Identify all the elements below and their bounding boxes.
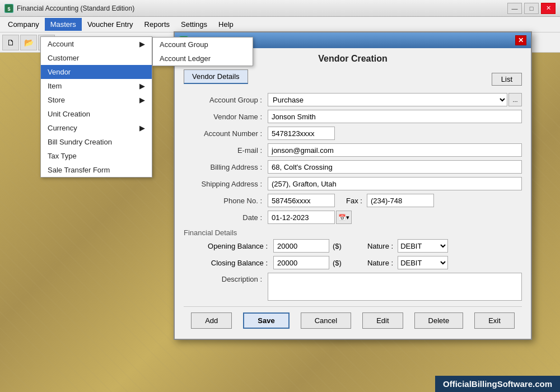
dropdown-bill-sundry[interactable]: Bill Sundry Creation bbox=[41, 135, 152, 149]
currency-submenu-arrow: ▶ bbox=[139, 124, 145, 132]
closing-balance-row: Closing Balance : ($) Nature : DEBIT CRE… bbox=[184, 256, 522, 269]
open-button[interactable]: 📂 bbox=[20, 35, 37, 50]
modal-body: Vendor Creation Vendor Details List Acco… bbox=[175, 48, 531, 339]
dropdown-currency-label: Currency bbox=[48, 124, 77, 132]
app-title: Financial Accounting (Standard Edition) bbox=[17, 4, 507, 12]
account-submenu: Account Group Account Ledger bbox=[152, 37, 253, 66]
dropdown-item[interactable]: Item ▶ bbox=[41, 79, 152, 93]
vendor-name-row: Vendor Name : bbox=[184, 110, 522, 123]
window-controls: — □ ✕ bbox=[507, 3, 556, 14]
title-bar: $ Financial Accounting (Standard Edition… bbox=[0, 0, 560, 17]
submenu-account-group[interactable]: Account Group bbox=[153, 38, 253, 52]
closing-balance-label: Closing Balance : bbox=[195, 259, 273, 267]
item-submenu-arrow: ▶ bbox=[139, 82, 145, 90]
email-label: E-mail : bbox=[184, 146, 268, 155]
dropdown-vendor[interactable]: Vendor bbox=[41, 65, 152, 79]
fax-label: Fax : bbox=[346, 197, 362, 205]
vendor-creation-modal: $ Vendor Creation ✕ Vendor Creation Vend… bbox=[174, 31, 532, 340]
shipping-address-input[interactable] bbox=[268, 177, 522, 190]
store-submenu-arrow: ▶ bbox=[139, 96, 145, 104]
date-label: Date : bbox=[184, 213, 268, 222]
dropdown-currency[interactable]: Currency ▶ bbox=[41, 121, 152, 135]
vendor-name-input[interactable] bbox=[268, 110, 522, 123]
closing-balance-unit: ($) bbox=[329, 259, 345, 267]
billing-address-input[interactable] bbox=[268, 160, 522, 174]
submenu-account-ledger[interactable]: Account Ledger bbox=[153, 52, 253, 66]
closing-nature-select[interactable]: DEBIT CREDIT bbox=[398, 256, 448, 269]
dropdown-account-label: Account bbox=[48, 40, 74, 48]
dropdown-sale-transfer[interactable]: Sale Transfer Form bbox=[41, 163, 152, 177]
account-submenu-arrow: ▶ bbox=[139, 40, 145, 48]
fax-input[interactable] bbox=[367, 194, 434, 207]
menu-voucher-entry[interactable]: Voucher Entry bbox=[82, 18, 139, 31]
billing-address-label: Billing Address : bbox=[184, 163, 268, 171]
opening-balance-input[interactable] bbox=[273, 239, 329, 253]
closing-balance-input[interactable] bbox=[273, 256, 329, 269]
save-button[interactable]: Save bbox=[243, 312, 289, 329]
action-buttons: Add Save Cancel Edit Delete Exit bbox=[184, 306, 522, 333]
menu-reports[interactable]: Reports bbox=[139, 18, 176, 31]
dropdown-store-label: Store bbox=[48, 96, 65, 104]
date-row: Date : 📅▾ bbox=[184, 211, 522, 224]
account-number-label: Account Number : bbox=[184, 129, 268, 138]
masters-dropdown: Account ▶ Account Group Account Ledger C… bbox=[40, 36, 152, 178]
financial-details-title: Financial Details bbox=[184, 228, 522, 237]
dropdown-customer[interactable]: Customer bbox=[41, 51, 152, 65]
menu-help[interactable]: Help bbox=[213, 18, 239, 31]
dropdown-item-label: Item bbox=[48, 82, 62, 90]
opening-balance-label: Opening Balance : bbox=[195, 242, 273, 250]
shipping-address-row: Shipping Address : bbox=[184, 177, 522, 190]
menu-company[interactable]: Company bbox=[2, 18, 45, 31]
opening-balance-row: Opening Balance : ($) Nature : DEBIT CRE… bbox=[184, 239, 522, 253]
modal-close-button[interactable]: ✕ bbox=[515, 35, 526, 45]
account-group-row: Account Group : Purchase ... bbox=[184, 93, 522, 106]
date-input[interactable] bbox=[268, 211, 335, 224]
description-row: Description : bbox=[184, 273, 522, 301]
account-group-select[interactable]: Purchase bbox=[268, 93, 507, 106]
dropdown-unit-creation[interactable]: Unit Creation bbox=[41, 107, 152, 121]
new-button[interactable]: 🗋 bbox=[2, 35, 19, 50]
menu-settings[interactable]: Settings bbox=[175, 18, 213, 31]
account-group-label: Account Group : bbox=[184, 96, 268, 104]
dropdown-store[interactable]: Store ▶ bbox=[41, 93, 152, 107]
email-input[interactable] bbox=[268, 143, 522, 157]
exit-button[interactable]: Exit bbox=[474, 312, 515, 329]
date-wrapper: 📅▾ bbox=[268, 211, 352, 224]
menu-bar: Company Masters Voucher Entry Reports Se… bbox=[0, 17, 560, 32]
list-button[interactable]: List bbox=[492, 73, 522, 86]
phone-fax-row: Phone No. : Fax : bbox=[184, 194, 522, 207]
shipping-address-label: Shipping Address : bbox=[184, 180, 268, 188]
account-number-input[interactable] bbox=[268, 127, 335, 140]
billing-address-row: Billing Address : bbox=[184, 160, 522, 174]
app-icon: $ bbox=[4, 4, 13, 13]
cancel-button[interactable]: Cancel bbox=[301, 312, 351, 329]
vendor-name-label: Vendor Name : bbox=[184, 113, 268, 121]
watermark: OfficialBillingSoftware.com bbox=[435, 376, 560, 392]
opening-balance-unit: ($) bbox=[329, 242, 345, 250]
dropdown-account[interactable]: Account ▶ Account Group Account Ledger bbox=[41, 37, 152, 51]
email-row: E-mail : bbox=[184, 143, 522, 157]
opening-nature-label: Nature : bbox=[367, 242, 398, 250]
menu-masters[interactable]: Masters bbox=[45, 18, 82, 31]
minimize-button[interactable]: — bbox=[507, 3, 522, 14]
edit-button[interactable]: Edit bbox=[362, 312, 403, 329]
description-textarea[interactable] bbox=[268, 273, 522, 301]
maximize-button[interactable]: □ bbox=[524, 3, 539, 14]
phone-input[interactable] bbox=[268, 194, 335, 207]
close-window-button[interactable]: ✕ bbox=[541, 3, 556, 14]
add-button[interactable]: Add bbox=[191, 312, 232, 329]
svg-text:$: $ bbox=[7, 6, 10, 12]
vendor-details-tab[interactable]: Vendor Details bbox=[184, 69, 248, 84]
opening-nature-select[interactable]: DEBIT CREDIT bbox=[398, 239, 448, 253]
account-group-browse-button[interactable]: ... bbox=[508, 93, 522, 106]
account-number-row: Account Number : bbox=[184, 127, 522, 140]
description-label: Description : bbox=[184, 273, 268, 283]
dropdown-tax-type[interactable]: Tax Type bbox=[41, 149, 152, 163]
phone-label: Phone No. : bbox=[184, 197, 268, 205]
closing-nature-label: Nature : bbox=[367, 259, 398, 267]
calendar-button[interactable]: 📅▾ bbox=[336, 211, 352, 224]
delete-button[interactable]: Delete bbox=[414, 312, 464, 329]
